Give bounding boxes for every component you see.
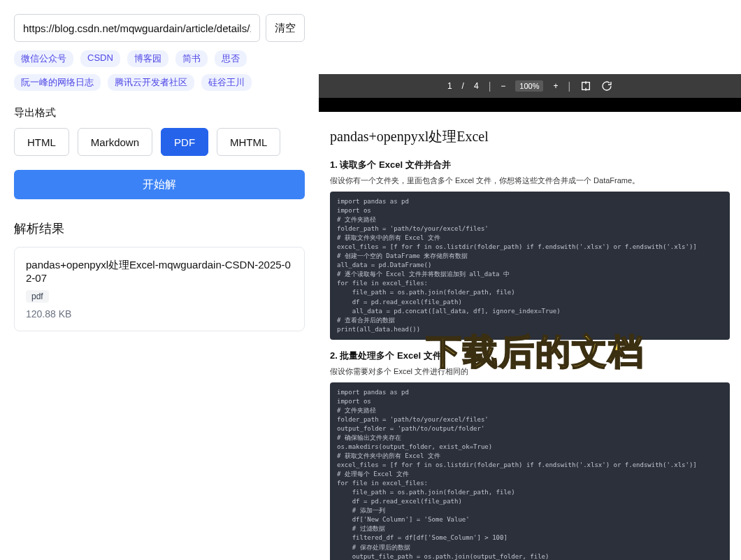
page-total: 4 xyxy=(474,81,479,91)
clear-button[interactable]: 清空 xyxy=(266,14,305,42)
viewer-black-strip xyxy=(319,98,741,112)
url-input[interactable] xyxy=(14,14,260,42)
tag-jianshu[interactable]: 简书 xyxy=(175,50,208,67)
doc-section2-heading: 2. 批量处理多个 Excel 文件 xyxy=(330,350,730,362)
tag-svwang[interactable]: 硅谷王川 xyxy=(201,74,252,91)
page-current[interactable]: 1 xyxy=(447,81,452,91)
tag-csdn[interactable]: CSDN xyxy=(80,50,120,67)
tag-row: 微信公众号 CSDN 博客园 简书 思否 阮一峰的网络日志 腾讯云开发者社区 硅… xyxy=(14,50,305,91)
start-button[interactable]: 开始解 xyxy=(14,170,305,199)
pdf-toolbar: 1 / 4 | − 100% + | xyxy=(319,74,741,98)
tag-cnblogs[interactable]: 博客园 xyxy=(127,50,168,67)
doc-section1-heading: 1. 读取多个 Excel 文件并合并 xyxy=(330,159,730,171)
result-size: 120.88 KB xyxy=(26,308,293,320)
toolbar-divider: | xyxy=(489,80,491,92)
toolbar-divider-2: | xyxy=(568,80,570,92)
result-card[interactable]: pandas+openpyxl处理Excel-mqwguardain-CSDN-… xyxy=(14,247,305,331)
left-panel: 清空 微信公众号 CSDN 博客园 简书 思否 阮一峰的网络日志 腾讯云开发者社… xyxy=(0,0,319,560)
tag-ruanyifeng[interactable]: 阮一峰的网络日志 xyxy=(14,74,101,91)
url-row: 清空 xyxy=(14,14,305,42)
doc-section1-paragraph: 假设你有一个文件夹，里面包含多个 Excel 文件，你想将这些文件合并成一个 D… xyxy=(330,175,730,186)
result-title: pandas+openpyxl处理Excel-mqwguardain-CSDN-… xyxy=(26,259,293,284)
doc-code-block-2: import pandas as pd import os # 文件夹路径 fo… xyxy=(330,382,730,560)
tag-tencentcloud[interactable]: 腾讯云开发者社区 xyxy=(108,74,194,91)
format-markdown-button[interactable]: Markdown xyxy=(78,128,152,156)
doc-title: pandas+openpyxl处理Excel xyxy=(330,127,730,146)
format-html-button[interactable]: HTML xyxy=(14,128,69,156)
pdf-document[interactable]: pandas+openpyxl处理Excel 1. 读取多个 Excel 文件并… xyxy=(319,119,741,560)
doc-section2-paragraph: 假设你需要对多个 Excel 文件进行相同的 xyxy=(330,366,730,377)
export-format-label: 导出格式 xyxy=(14,106,305,120)
format-mhtml-button[interactable]: MHTML xyxy=(217,128,280,156)
zoom-level[interactable]: 100% xyxy=(515,80,543,92)
result-badge: pdf xyxy=(26,290,49,303)
zoom-out-icon[interactable]: − xyxy=(501,81,505,91)
format-row: HTML Markdown PDF MHTML xyxy=(14,128,305,156)
tag-sifou[interactable]: 思否 xyxy=(215,50,247,67)
page-sep: / xyxy=(462,81,464,91)
results-label: 解析结果 xyxy=(14,220,305,237)
rotate-icon[interactable] xyxy=(601,80,612,92)
fit-page-icon[interactable] xyxy=(580,80,591,92)
pdf-viewer-panel: 1 / 4 | − 100% + | pandas+openpyxl处理Exce… xyxy=(319,0,741,560)
tag-wechat[interactable]: 微信公众号 xyxy=(14,50,73,67)
format-pdf-button[interactable]: PDF xyxy=(161,128,208,156)
doc-code-block-1: import pandas as pd import os # 文件夹路径 fo… xyxy=(330,192,730,340)
zoom-in-icon[interactable]: + xyxy=(553,81,558,91)
